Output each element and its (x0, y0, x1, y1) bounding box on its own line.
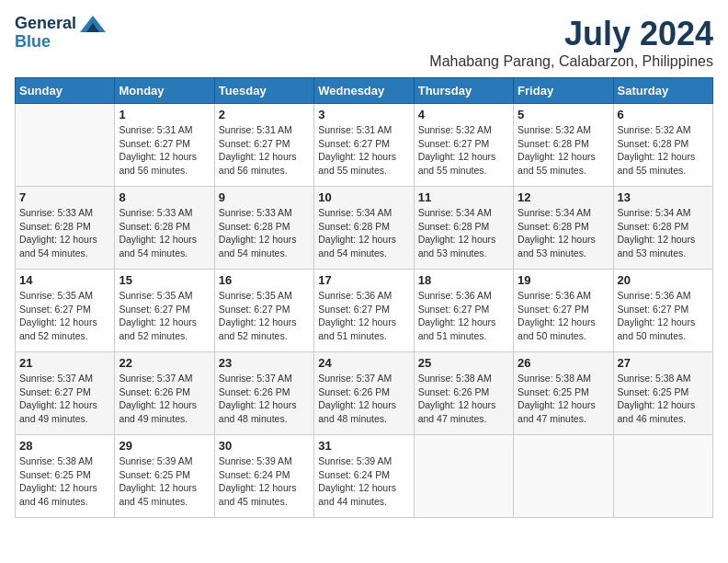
day-info: Sunrise: 5:39 AM Sunset: 6:24 PM Dayligh… (219, 454, 310, 509)
day-number: 25 (418, 356, 509, 370)
calendar-cell: 2Sunrise: 5:31 AM Sunset: 6:27 PM Daylig… (214, 104, 313, 187)
logo: General Blue (15, 15, 106, 52)
logo-blue: Blue (15, 33, 51, 52)
calendar-cell (414, 435, 513, 518)
day-info: Sunrise: 5:33 AM Sunset: 6:28 PM Dayligh… (19, 206, 110, 260)
day-number: 27 (618, 356, 709, 370)
day-info: Sunrise: 5:35 AM Sunset: 6:27 PM Dayligh… (119, 289, 210, 343)
calendar-cell: 12Sunrise: 5:34 AM Sunset: 6:28 PM Dayli… (514, 187, 613, 270)
day-number: 19 (518, 273, 609, 287)
day-info: Sunrise: 5:31 AM Sunset: 6:27 PM Dayligh… (219, 123, 310, 178)
location-title: Mahabang Parang, Calabarzon, Philippines (429, 53, 713, 70)
calendar-cell: 24Sunrise: 5:37 AM Sunset: 6:26 PM Dayli… (314, 352, 414, 435)
day-number: 22 (119, 356, 210, 370)
day-number: 8 (119, 190, 210, 204)
calendar-week-row: 14Sunrise: 5:35 AM Sunset: 6:27 PM Dayli… (16, 270, 713, 352)
calendar-cell: 6Sunrise: 5:32 AM Sunset: 6:28 PM Daylig… (613, 104, 712, 187)
calendar-cell: 20Sunrise: 5:36 AM Sunset: 6:27 PM Dayli… (613, 270, 712, 352)
page-header: General Blue July 2024 Mahabang Parang, … (15, 15, 713, 70)
day-number: 6 (618, 108, 709, 121)
title-section: July 2024 Mahabang Parang, Calabarzon, P… (429, 15, 713, 70)
day-info: Sunrise: 5:37 AM Sunset: 6:26 PM Dayligh… (119, 372, 210, 426)
calendar-cell: 21Sunrise: 5:37 AM Sunset: 6:27 PM Dayli… (16, 352, 115, 435)
day-info: Sunrise: 5:35 AM Sunset: 6:27 PM Dayligh… (19, 289, 110, 343)
calendar-cell: 4Sunrise: 5:32 AM Sunset: 6:27 PM Daylig… (414, 104, 513, 187)
day-info: Sunrise: 5:31 AM Sunset: 6:27 PM Dayligh… (119, 123, 210, 178)
day-number: 14 (19, 273, 110, 287)
day-info: Sunrise: 5:38 AM Sunset: 6:25 PM Dayligh… (618, 372, 709, 426)
calendar-cell: 26Sunrise: 5:38 AM Sunset: 6:25 PM Dayli… (514, 352, 613, 435)
weekday-header: Thursday (414, 78, 513, 104)
calendar-header-row: SundayMondayTuesdayWednesdayThursdayFrid… (16, 78, 713, 104)
day-info: Sunrise: 5:38 AM Sunset: 6:25 PM Dayligh… (518, 372, 609, 426)
day-info: Sunrise: 5:33 AM Sunset: 6:28 PM Dayligh… (119, 206, 210, 260)
month-title: July 2024 (429, 15, 713, 53)
day-info: Sunrise: 5:39 AM Sunset: 6:24 PM Dayligh… (318, 454, 409, 509)
day-info: Sunrise: 5:32 AM Sunset: 6:27 PM Dayligh… (418, 123, 509, 178)
day-info: Sunrise: 5:36 AM Sunset: 6:27 PM Dayligh… (318, 289, 409, 343)
weekday-header: Monday (115, 78, 214, 104)
calendar-cell: 27Sunrise: 5:38 AM Sunset: 6:25 PM Dayli… (613, 352, 712, 435)
calendar-cell: 28Sunrise: 5:38 AM Sunset: 6:25 PM Dayli… (16, 435, 115, 518)
day-info: Sunrise: 5:38 AM Sunset: 6:25 PM Dayligh… (19, 454, 110, 509)
calendar-cell: 1Sunrise: 5:31 AM Sunset: 6:27 PM Daylig… (115, 104, 214, 187)
calendar-cell: 13Sunrise: 5:34 AM Sunset: 6:28 PM Dayli… (613, 187, 712, 270)
day-info: Sunrise: 5:34 AM Sunset: 6:28 PM Dayligh… (318, 206, 409, 260)
calendar-cell: 31Sunrise: 5:39 AM Sunset: 6:24 PM Dayli… (314, 435, 414, 518)
weekday-header: Tuesday (214, 78, 313, 104)
day-number: 12 (518, 190, 609, 204)
day-number: 2 (219, 108, 310, 121)
calendar-week-row: 7Sunrise: 5:33 AM Sunset: 6:28 PM Daylig… (16, 187, 713, 270)
day-number: 4 (418, 108, 509, 121)
day-info: Sunrise: 5:39 AM Sunset: 6:25 PM Dayligh… (119, 454, 210, 509)
day-number: 17 (318, 273, 409, 287)
day-info: Sunrise: 5:34 AM Sunset: 6:28 PM Dayligh… (518, 206, 609, 260)
day-number: 7 (19, 190, 110, 204)
day-number: 29 (119, 439, 210, 453)
day-info: Sunrise: 5:34 AM Sunset: 6:28 PM Dayligh… (618, 206, 709, 260)
day-number: 31 (318, 439, 409, 453)
day-number: 3 (318, 108, 409, 121)
day-number: 9 (219, 190, 310, 204)
day-info: Sunrise: 5:35 AM Sunset: 6:27 PM Dayligh… (219, 289, 310, 343)
day-number: 16 (219, 273, 310, 287)
logo-general: General (15, 15, 76, 33)
calendar-cell: 11Sunrise: 5:34 AM Sunset: 6:28 PM Dayli… (414, 187, 513, 270)
logo-icon (80, 16, 106, 32)
calendar-cell: 9Sunrise: 5:33 AM Sunset: 6:28 PM Daylig… (214, 187, 313, 270)
calendar-cell: 25Sunrise: 5:38 AM Sunset: 6:26 PM Dayli… (414, 352, 513, 435)
calendar-cell (514, 435, 613, 518)
calendar-week-row: 28Sunrise: 5:38 AM Sunset: 6:25 PM Dayli… (16, 435, 713, 518)
day-number: 26 (518, 356, 609, 370)
calendar-cell: 30Sunrise: 5:39 AM Sunset: 6:24 PM Dayli… (214, 435, 313, 518)
calendar-cell: 18Sunrise: 5:36 AM Sunset: 6:27 PM Dayli… (414, 270, 513, 352)
day-number: 10 (318, 190, 409, 204)
day-number: 11 (418, 190, 509, 204)
day-number: 24 (318, 356, 409, 370)
calendar-cell: 29Sunrise: 5:39 AM Sunset: 6:25 PM Dayli… (115, 435, 214, 518)
day-number: 28 (19, 439, 110, 453)
weekday-header: Wednesday (314, 78, 414, 104)
day-number: 15 (119, 273, 210, 287)
day-info: Sunrise: 5:38 AM Sunset: 6:26 PM Dayligh… (418, 372, 509, 426)
day-info: Sunrise: 5:37 AM Sunset: 6:26 PM Dayligh… (318, 372, 409, 426)
weekday-header: Sunday (16, 78, 115, 104)
calendar-cell (16, 104, 115, 187)
weekday-header: Saturday (613, 78, 712, 104)
day-info: Sunrise: 5:36 AM Sunset: 6:27 PM Dayligh… (418, 289, 509, 343)
calendar-week-row: 21Sunrise: 5:37 AM Sunset: 6:27 PM Dayli… (16, 352, 713, 435)
calendar-cell: 16Sunrise: 5:35 AM Sunset: 6:27 PM Dayli… (214, 270, 313, 352)
calendar-cell (613, 435, 712, 518)
calendar-cell: 22Sunrise: 5:37 AM Sunset: 6:26 PM Dayli… (115, 352, 214, 435)
calendar-cell: 3Sunrise: 5:31 AM Sunset: 6:27 PM Daylig… (314, 104, 414, 187)
calendar-table: SundayMondayTuesdayWednesdayThursdayFrid… (15, 77, 713, 518)
calendar-cell: 17Sunrise: 5:36 AM Sunset: 6:27 PM Dayli… (314, 270, 414, 352)
calendar-cell: 15Sunrise: 5:35 AM Sunset: 6:27 PM Dayli… (115, 270, 214, 352)
calendar-cell: 5Sunrise: 5:32 AM Sunset: 6:28 PM Daylig… (514, 104, 613, 187)
day-info: Sunrise: 5:34 AM Sunset: 6:28 PM Dayligh… (418, 206, 509, 260)
day-number: 20 (618, 273, 709, 287)
day-number: 23 (219, 356, 310, 370)
day-number: 30 (219, 439, 310, 453)
calendar-cell: 7Sunrise: 5:33 AM Sunset: 6:28 PM Daylig… (16, 187, 115, 270)
day-info: Sunrise: 5:36 AM Sunset: 6:27 PM Dayligh… (618, 289, 709, 343)
